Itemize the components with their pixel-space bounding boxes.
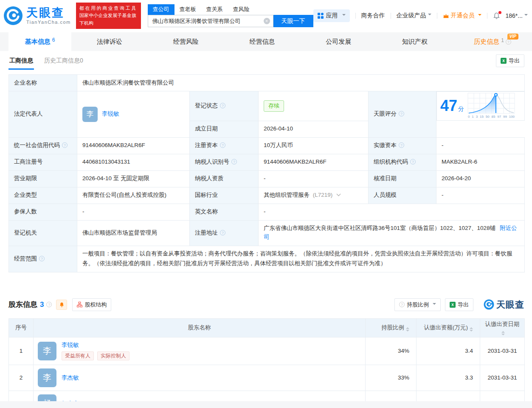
- chevron-down-icon: [478, 14, 481, 17]
- search-tab-boss[interactable]: 查老板: [175, 4, 201, 15]
- sort-icon[interactable]: [470, 327, 473, 332]
- staff-size-value: -: [436, 187, 525, 204]
- notification-bell-icon[interactable]: [493, 12, 500, 20]
- tab-company-development[interactable]: 公司发展: [300, 32, 377, 51]
- company-type-value: 有限责任公司(自然人投资或控股): [77, 187, 190, 204]
- taxpayer-qual-value: -: [259, 170, 369, 187]
- help-icon[interactable]: [220, 230, 225, 235]
- tianyancha-logo-icon: [3, 6, 23, 26]
- monitor-bell-button[interactable]: [56, 300, 67, 310]
- equity-structure-button[interactable]: 股权结构: [72, 298, 111, 311]
- grid-icon: [318, 13, 324, 19]
- subtab-history-business-info[interactable]: 历史工商信息0: [44, 57, 83, 65]
- field-label: 组织机构代码: [369, 154, 436, 170]
- account-phone[interactable]: 186*...: [506, 12, 528, 19]
- tab-legal[interactable]: 法律诉讼: [71, 32, 148, 51]
- tab-basic-info[interactable]: 基本信息6: [8, 32, 71, 51]
- export-button[interactable]: 导出: [496, 54, 524, 67]
- industry-value: 其他组织管理服务: [264, 192, 310, 198]
- shareholders-count: 3: [40, 300, 44, 309]
- help-icon[interactable]: [399, 111, 404, 116]
- search-input[interactable]: [148, 15, 273, 27]
- search-tab-company[interactable]: 查公司: [148, 4, 175, 15]
- help-icon[interactable]: [220, 142, 225, 148]
- search-tabs: 查公司 查老板 查关系 查风险: [148, 4, 313, 15]
- open-vip-link[interactable]: 开通会员: [443, 12, 481, 20]
- tab-operating-risk[interactable]: 经营风险: [148, 32, 224, 51]
- tab-intellectual-property[interactable]: 知识产权: [377, 32, 453, 51]
- apps-menu[interactable]: 应用: [313, 9, 350, 22]
- help-icon[interactable]: [410, 159, 416, 164]
- help-icon[interactable]: [39, 256, 45, 261]
- sort-icon[interactable]: [501, 331, 505, 335]
- address-cell: 广东省佛山市顺德区大良街道中区社区清晖路36号101室（商场首层）1022、10…: [259, 220, 525, 246]
- help-icon[interactable]: [62, 142, 68, 148]
- chevron-down-icon: [428, 14, 431, 17]
- industry-code: (L7219): [313, 192, 333, 198]
- field-label: 营业期限: [9, 170, 77, 187]
- field-label: 参保人数: [9, 204, 77, 220]
- score-axis: 0131550859799100: [467, 114, 515, 119]
- search-tab-relation[interactable]: 查关系: [201, 4, 228, 15]
- address-value: 广东省佛山市顺德区大良街道中区社区清晖路36号101室（商场首层）1022、10…: [264, 225, 495, 231]
- excel-icon: [450, 302, 456, 308]
- search-tab-risk[interactable]: 查风险: [228, 4, 255, 15]
- crown-icon: [443, 13, 449, 19]
- avatar[interactable]: 李: [82, 107, 98, 122]
- insured-value: -: [77, 204, 190, 220]
- help-icon[interactable]: [231, 159, 237, 164]
- header-search: 查公司 查老板 查关系 查风险 天眼一下: [148, 4, 313, 27]
- score-cell[interactable]: 47分: [436, 91, 525, 121]
- brand-domain: TianYanCha.com: [26, 20, 71, 25]
- tab-operating-info[interactable]: 经营信息: [224, 32, 301, 51]
- field-label: 纳税人识别号: [190, 154, 259, 170]
- help-icon[interactable]: [399, 142, 404, 148]
- field-label: 法定代表人: [9, 91, 77, 138]
- tianyancha-watermark: 天眼查: [484, 299, 524, 311]
- tag-beneficial-owner: 受益所有人: [62, 351, 94, 360]
- shareholder-link[interactable]: 李锐敏: [62, 341, 129, 349]
- col-amount: 认缴出资额(万元): [417, 318, 480, 337]
- org-chart-icon: [77, 302, 82, 307]
- tab-history-info[interactable]: VIP 历史信息1: [453, 32, 532, 51]
- score-unit: 分: [458, 105, 464, 112]
- subtab-business-info[interactable]: 工商信息: [8, 52, 34, 70]
- search-button[interactable]: 天眼一下: [273, 15, 313, 27]
- field-label: 工商注册号: [9, 154, 77, 170]
- legal-rep-link[interactable]: 李锐敏: [102, 110, 119, 119]
- biz-term-value: 2026-04-10 至 无固定期限: [77, 170, 190, 187]
- sort-icon[interactable]: [406, 327, 409, 332]
- help-icon[interactable]: [506, 39, 511, 45]
- field-label: 英文名称: [190, 204, 259, 220]
- avatar[interactable]: 李: [38, 342, 56, 360]
- company-name-value: 佛山市顺德区禾润餐饮管理有限公司: [77, 75, 525, 91]
- est-date-value: 2026-04-10: [259, 121, 369, 137]
- chevron-down-icon: [433, 303, 436, 306]
- help-icon[interactable]: [220, 103, 225, 108]
- row-no: 1: [9, 337, 34, 365]
- business-cooperation-link[interactable]: 商务合作: [361, 12, 385, 20]
- avatar[interactable]: 李: [38, 368, 56, 387]
- taxpayer-id-value: 91440606MAKB2ALR6F: [259, 154, 369, 170]
- score-distribution-chart: 0131550859799100: [467, 93, 515, 119]
- ratio-value: 33%: [366, 365, 417, 391]
- clear-search-icon[interactable]: [264, 18, 270, 24]
- tianyancha-logo-icon: [484, 299, 494, 310]
- ratio-value: 34%: [366, 337, 417, 365]
- status-badge: 存续: [264, 100, 284, 111]
- tianyancha-logo[interactable]: 天眼查 TianYanCha.com: [3, 6, 71, 26]
- shareholders-table: 序号 股东名称 持股比例 认缴出资额(万元) 认缴出资日期 1 李 李锐敏 受益…: [8, 318, 525, 408]
- help-icon[interactable]: [46, 302, 52, 307]
- ratio-filter-button[interactable]: 持股比例: [394, 298, 441, 311]
- amount-value: 3.4: [417, 337, 480, 365]
- shareholder-link[interactable]: 李杰敏: [62, 374, 79, 382]
- vip-badge: VIP: [507, 34, 518, 40]
- expand-industry-icon[interactable]: [337, 192, 341, 196]
- slogan-banner: 都在用的商业查询工具 国家中小企业发展子基金旗下机构: [76, 3, 141, 28]
- enterprise-products-link[interactable]: 企业级产品: [397, 12, 431, 20]
- watermark-text: 天眼查: [496, 299, 524, 311]
- export-shareholders-button[interactable]: 导出: [445, 298, 473, 311]
- divider: [487, 13, 487, 19]
- slogan-line2: 国家中小企业发展子基金旗下机构: [79, 12, 138, 26]
- reg-no-value: 440681013043131: [77, 154, 190, 170]
